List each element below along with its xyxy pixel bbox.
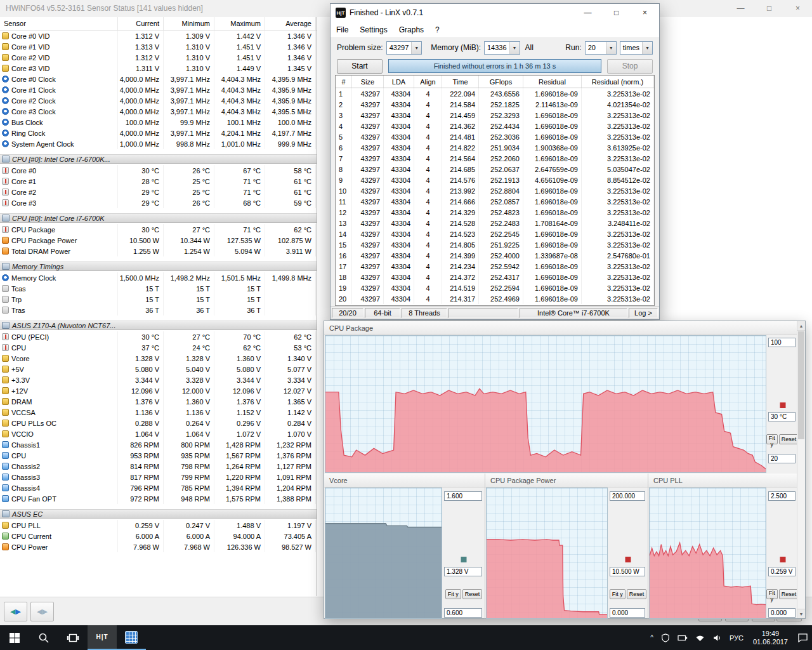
sensor-row[interactable]: Memory Clock1,500.0 MHz1,498.2 MHz1,501.… (0, 272, 317, 283)
sensor-row[interactable]: CPU37 °C24 °C62 °C53 °C (0, 342, 317, 353)
taskbar-clock[interactable]: 19:49 01.06.2017 (747, 630, 794, 646)
linx-titlebar[interactable]: H|T Finished - LinX v0.7.1 — □ × (331, 4, 659, 22)
y-min-input[interactable]: 0.600 (444, 608, 482, 618)
sensor-row[interactable]: Core #3 VID1.311 V1.310 V1.449 V1.345 V (0, 63, 317, 74)
tray-volume-button[interactable] (709, 625, 726, 650)
sensor-row[interactable]: Vcore1.328 V1.328 V1.360 V1.340 V (0, 353, 317, 364)
sensor-row[interactable]: CPU953 RPM935 RPM1,567 RPM1,376 RPM (0, 450, 317, 461)
hidden-icons-button[interactable]: ^ (646, 625, 657, 650)
menu-graphs[interactable]: Graphs (393, 25, 429, 34)
run-units-select[interactable]: times ▾ (620, 41, 653, 55)
menu-help[interactable]: ? (429, 25, 445, 34)
sensor-row[interactable]: CPU PLLs OC0.288 V0.264 V0.296 V0.284 V (0, 418, 317, 428)
result-row[interactable]: 243297433044214.584252.18252.114613e-094… (336, 99, 654, 110)
start-button[interactable] (0, 625, 29, 650)
result-row[interactable]: 1143297433044214.666252.08571.696018e-09… (336, 196, 654, 207)
sensor-row[interactable]: Tcas15 T15 T15 T (0, 283, 317, 294)
run-count-select[interactable]: 20 ▾ (585, 41, 617, 55)
result-row[interactable]: 843297433044214.685252.06372.647659e-095… (336, 164, 654, 175)
sensor-row[interactable]: VCCIO1.064 V1.064 V1.072 V1.070 V (0, 428, 317, 439)
start-button[interactable]: Start (337, 59, 383, 74)
y-min-input[interactable]: 20 (768, 454, 796, 463)
column-header-align[interactable]: Align (414, 76, 442, 88)
result-row[interactable]: 443297433044214.362252.44341.696018e-093… (336, 121, 654, 131)
fit-y-button[interactable]: Fit y (445, 589, 461, 599)
sensor-group-header[interactable]: Memory Timings (0, 262, 317, 271)
sensor-row[interactable]: Ring Clock4,000.0 MHz3,997.1 MHz4,204.1 … (0, 128, 317, 138)
result-row[interactable]: 543297433044214.481252.30361.696018e-093… (336, 131, 654, 142)
y-min-input[interactable]: 0.000 (610, 608, 645, 618)
result-row[interactable]: 1843297433044214.372252.43171.696018e-09… (336, 272, 654, 282)
column-header-average[interactable]: Average (265, 17, 316, 30)
result-row[interactable]: 1543297433044214.805251.92251.696018e-09… (336, 239, 654, 250)
sensor-row[interactable]: CPU Current6.000 A6.000 A94.000 A73.405 … (0, 531, 317, 541)
sensor-row[interactable]: Core #1 Clock4,000.0 MHz3,997.1 MHz4,404… (0, 84, 317, 95)
action-center-button[interactable] (794, 625, 812, 650)
graph-title[interactable]: CPU PLL (648, 474, 798, 488)
search-button[interactable] (29, 625, 58, 650)
column-header-residual[interactable]: Residual (523, 76, 582, 88)
sensor-row[interactable]: Core #229 °C25 °C71 °C61 °C (0, 187, 317, 197)
result-row[interactable]: 1643297433044214.399252.40001.339687e-08… (336, 250, 654, 261)
task-view-button[interactable] (58, 625, 88, 650)
y-max-input[interactable]: 100 (768, 338, 796, 347)
y-max-input[interactable]: 1.600 (444, 491, 482, 501)
sensor-row[interactable]: Chassis3817 RPM799 RPM1,220 RPM1,091 RPM (0, 472, 317, 482)
tray-shield-button[interactable] (657, 625, 674, 650)
minimize-button[interactable]: — (726, 0, 755, 17)
y-min-input[interactable]: 0.000 (768, 608, 796, 618)
y-max-input[interactable]: 200.000 (610, 491, 645, 501)
reset-button[interactable]: Reset (627, 589, 647, 599)
result-row[interactable]: 2043297433044214.317252.49691.696018e-09… (336, 293, 654, 304)
sensor-row[interactable]: Chassis4796 RPM785 RPM1,394 RPM1,204 RPM (0, 482, 317, 493)
sensor-row[interactable]: CPU PLL0.259 V0.247 V1.488 V1.197 V (0, 520, 317, 531)
graph-title[interactable]: CPU Package (324, 321, 798, 335)
result-row[interactable]: 143297433044222.094243.65561.696018e-093… (336, 88, 654, 99)
menu-file[interactable]: File (331, 25, 354, 34)
close-button[interactable]: × (783, 0, 812, 17)
sensor-group-header[interactable]: CPU [#0]: Intel Core i7-6700K (0, 213, 317, 223)
column-header-lda[interactable]: LDA (384, 76, 414, 88)
column-header-minimum[interactable]: Minimum (164, 17, 214, 30)
reset-button[interactable]: Reset (779, 434, 799, 444)
taskbar-app-hwinfo[interactable] (117, 625, 146, 650)
graph-title[interactable]: CPU Package Power (485, 474, 648, 488)
fit-y-button[interactable]: Fit y (610, 589, 625, 599)
sensor-row[interactable]: Core #030 °C26 °C67 °C58 °C (0, 165, 317, 176)
sensor-row[interactable]: CPU Package30 °C27 °C71 °C62 °C (0, 224, 317, 235)
sensor-row[interactable]: CPU Power7.968 W7.968 W126.336 W98.527 W (0, 541, 317, 552)
sensor-row[interactable]: +5V5.080 V5.040 V5.080 V5.077 V (0, 364, 317, 375)
sensor-group-header[interactable]: ASUS Z170-A (Nuvoton NCT67... (0, 321, 317, 330)
reset-button[interactable]: Reset (462, 589, 483, 599)
column-header-maximum[interactable]: Maximum (214, 17, 265, 30)
sensor-row[interactable]: Core #0 VID1.312 V1.309 V1.442 V1.346 V (0, 30, 317, 41)
nav-arrows-button[interactable]: ◀▶ (4, 602, 27, 621)
scrollbar-thumb[interactable] (798, 331, 804, 439)
result-row[interactable]: 1343297433044214.528252.24831.708164e-09… (336, 218, 654, 229)
sensor-row[interactable]: Chassis1826 RPM800 RPM1,428 RPM1,232 RPM (0, 439, 317, 450)
column-header-size[interactable]: Size (352, 76, 384, 88)
memory-select[interactable]: 14336 ▾ (484, 41, 520, 55)
column-header-index[interactable]: # (336, 76, 352, 88)
problem-size-select[interactable]: 43297 ▾ (386, 41, 422, 55)
sensor-row[interactable]: Core #3 Clock4,000.0 MHz3,997.1 MHz4,404… (0, 106, 317, 117)
reset-button[interactable]: Reset (779, 589, 799, 599)
taskbar-app-linx[interactable]: H|T (88, 625, 117, 650)
sensor-row[interactable]: System Agent Clock1,000.0 MHz998.8 MHz1,… (0, 138, 317, 149)
result-row[interactable]: 1743297433044214.234252.59421.696018e-09… (336, 261, 654, 272)
fit-y-button[interactable]: Fit y (766, 434, 778, 444)
scroll-up-icon[interactable]: ▲ (797, 321, 805, 331)
menu-settings[interactable]: Settings (354, 25, 393, 34)
minimize-button[interactable]: — (573, 4, 602, 21)
sensor-row[interactable]: Trp15 T15 T15 T (0, 294, 317, 305)
result-row[interactable]: 743297433044214.564252.20601.696018e-093… (336, 153, 654, 164)
sensor-row[interactable]: Total DRAM Power1.255 W1.254 W5.094 W3.9… (0, 246, 317, 256)
tray-network-button[interactable] (691, 625, 709, 650)
y-max-input[interactable]: 2.500 (768, 491, 796, 501)
column-header-gflops[interactable]: GFlops (479, 76, 523, 88)
column-header-residual-norm[interactable]: Residual (norm.) (582, 76, 654, 88)
tray-battery-button[interactable] (674, 625, 691, 650)
sensor-row[interactable]: Core #2 VID1.312 V1.310 V1.451 V1.346 V (0, 52, 317, 63)
result-row[interactable]: 1243297433044214.329252.48231.696018e-09… (336, 207, 654, 218)
result-row[interactable]: 1043297433044213.992252.88041.696018e-09… (336, 185, 654, 196)
